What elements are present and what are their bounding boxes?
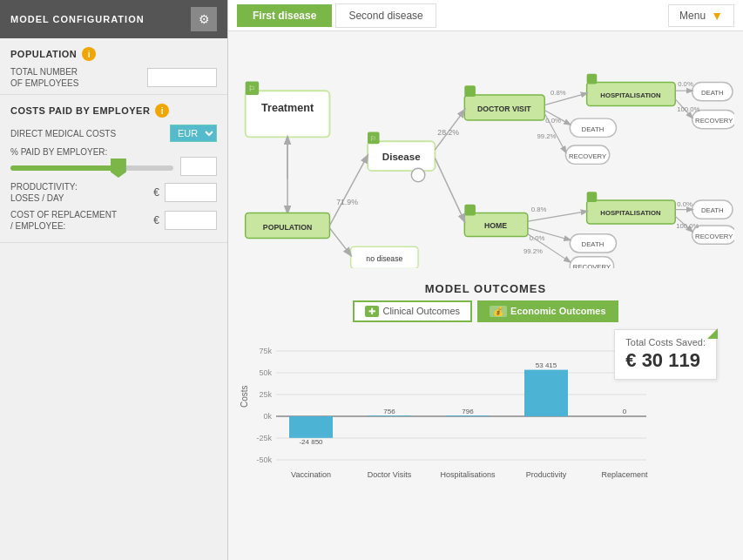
left-header: MODEL CONFIGURATION ⚙ (0, 0, 227, 38)
svg-text:99.2%: 99.2% (537, 132, 557, 140)
economic-icon: 💰 (490, 306, 507, 317)
svg-text:53 415: 53 415 (536, 361, 557, 369)
svg-text:RECOVERY: RECOVERY (695, 233, 733, 240)
svg-text:0.8%: 0.8% (531, 206, 547, 213)
tab-first-disease[interactable]: First disease (237, 4, 332, 27)
tooltip-box: Total Costs Saved: € 30 119 (614, 329, 717, 380)
svg-text:Productivity: Productivity (526, 470, 567, 479)
pct-paid-slider[interactable] (10, 165, 173, 171)
flow-diagram: Treatment ⚐ POPULATION Disease ⚐ no dise… (228, 31, 743, 277)
clinical-outcomes-button[interactable]: ✚ Clinical Outcomes (353, 300, 472, 322)
bar-vaccination (289, 416, 333, 438)
svg-text:HOSPITALISATION: HOSPITALISATION (600, 209, 661, 217)
population-info-icon[interactable]: i (82, 47, 96, 61)
pct-paid-input[interactable]: 68% (180, 157, 217, 176)
chart-container: Total Costs Saved: € 30 119 Costs 75k 50… (237, 329, 734, 495)
svg-text:HOSPITALISATION: HOSPITALISATION (600, 91, 661, 99)
productivity-currency: € (153, 186, 159, 199)
svg-text:0.8%: 0.8% (550, 89, 566, 97)
svg-rect-20 (464, 85, 476, 97)
svg-text:DEATH: DEATH (582, 125, 605, 133)
svg-text:50k: 50k (259, 368, 272, 377)
svg-text:DEATH: DEATH (701, 206, 724, 214)
svg-text:DEATH: DEATH (701, 89, 724, 97)
svg-text:0.0%: 0.0% (530, 234, 545, 242)
productivity-label1: PRODUCTIVITY: (10, 181, 78, 192)
outcomes-title: MODEL OUTCOMES (239, 282, 733, 295)
svg-text:RECOVERY: RECOVERY (695, 117, 733, 125)
svg-text:-50k: -50k (256, 455, 272, 464)
top-nav: First disease Second disease Menu ▼ (228, 0, 743, 31)
svg-text:28.2%: 28.2% (437, 128, 459, 137)
population-section: POPULATION i TOTAL NUMBER OF EMPLOYEES 2… (0, 38, 227, 95)
menu-button[interactable]: Menu ▼ (668, 4, 734, 27)
tooltip-triangle-icon (707, 328, 718, 339)
svg-text:Costs: Costs (240, 385, 249, 408)
svg-text:-24 850: -24 850 (299, 438, 323, 446)
pct-paid-label1: % PAID BY (10, 147, 54, 157)
svg-text:75k: 75k (259, 347, 272, 355)
svg-rect-23 (464, 205, 476, 216)
pct-paid-label2: EMPLOYER: (57, 147, 107, 157)
replacement-input[interactable]: 1000 (165, 211, 217, 230)
total-employees-input[interactable]: 2500 (147, 68, 217, 87)
svg-text:Hospitalisations: Hospitalisations (440, 470, 496, 479)
svg-text:Replacement: Replacement (601, 470, 648, 479)
svg-text:0.0%: 0.0% (678, 80, 693, 88)
svg-text:RECOVERY: RECOVERY (573, 263, 611, 267)
svg-line-17 (329, 228, 350, 255)
svg-text:DOCTOR VISIT: DOCTOR VISIT (477, 105, 531, 113)
costs-label: COSTS PAID BY EMPLOYER i (10, 104, 217, 118)
model-config-title: MODEL CONFIGURATION (10, 14, 145, 24)
svg-text:25k: 25k (259, 390, 272, 399)
svg-text:796: 796 (462, 408, 474, 415)
svg-text:0: 0 (623, 408, 627, 415)
population-label: POPULATION i (10, 47, 217, 61)
svg-text:Disease: Disease (382, 151, 421, 162)
clinical-icon: ✚ (365, 306, 379, 317)
svg-text:0.0%: 0.0% (677, 200, 692, 208)
bar-doctor-visits (368, 415, 411, 416)
gear-button[interactable]: ⚙ (191, 7, 217, 31)
svg-text:71.9%: 71.9% (336, 198, 358, 206)
employees-label2: OF EMPLOYEES (10, 78, 78, 89)
svg-line-26 (435, 159, 464, 222)
employees-label1: TOTAL NUMBER (10, 66, 78, 78)
direct-medical-label: DIRECT MEDICAL COSTS (10, 129, 116, 138)
svg-text:POPULATION: POPULATION (263, 223, 312, 232)
bar-chart-svg: Costs 75k 50k 25k 0k -25k -50k (237, 329, 672, 490)
svg-rect-32 (587, 192, 598, 202)
outcomes-section: MODEL OUTCOMES ✚ Clinical Outcomes 💰 Eco… (228, 277, 743, 326)
chart-area: Total Costs Saved: € 30 119 Costs 75k 50… (228, 326, 743, 561)
costs-section: COSTS PAID BY EMPLOYER i DIRECT MEDICAL … (0, 95, 227, 243)
svg-text:Vaccination: Vaccination (291, 470, 331, 479)
svg-line-15 (329, 156, 368, 226)
svg-text:100.0%: 100.0% (677, 105, 699, 113)
tooltip-label: Total Costs Saved: (625, 337, 706, 347)
productivity-label2: LOSES / DAY (10, 192, 78, 204)
left-panel: MODEL CONFIGURATION ⚙ POPULATION i TOTAL… (0, 0, 228, 560)
tab-second-disease[interactable]: Second disease (335, 3, 436, 28)
costs-info-icon[interactable]: i (155, 104, 169, 118)
replacement-currency: € (153, 214, 159, 226)
replacement-label2: / EMPLOYEE: (10, 220, 117, 232)
replacement-label1: COST OF REPLACEMENT (10, 209, 117, 220)
svg-point-12 (411, 168, 424, 181)
svg-text:DEATH: DEATH (582, 240, 605, 248)
pct-paid-container: % PAID BY EMPLOYER: 68% (10, 147, 217, 176)
tooltip-value: € 30 119 (625, 349, 706, 372)
economic-outcomes-button[interactable]: 💰 Economic Outcomes (477, 300, 618, 322)
svg-text:⚐: ⚐ (370, 135, 376, 143)
svg-text:Doctor Visits: Doctor Visits (368, 470, 412, 479)
svg-rect-29 (587, 74, 598, 84)
svg-text:no disease: no disease (366, 254, 402, 263)
productivity-input[interactable]: 300 (165, 183, 217, 202)
svg-text:0.0%: 0.0% (545, 117, 561, 125)
svg-text:HOME: HOME (484, 221, 507, 230)
outcomes-buttons: ✚ Clinical Outcomes 💰 Economic Outcomes (239, 300, 733, 322)
svg-text:100.0%: 100.0% (676, 222, 699, 230)
currency-select[interactable]: EUR USD (170, 125, 217, 142)
svg-text:0k: 0k (263, 412, 272, 421)
bar-productivity (524, 369, 568, 415)
flow-svg: Treatment ⚐ POPULATION Disease ⚐ no dise… (237, 40, 734, 268)
